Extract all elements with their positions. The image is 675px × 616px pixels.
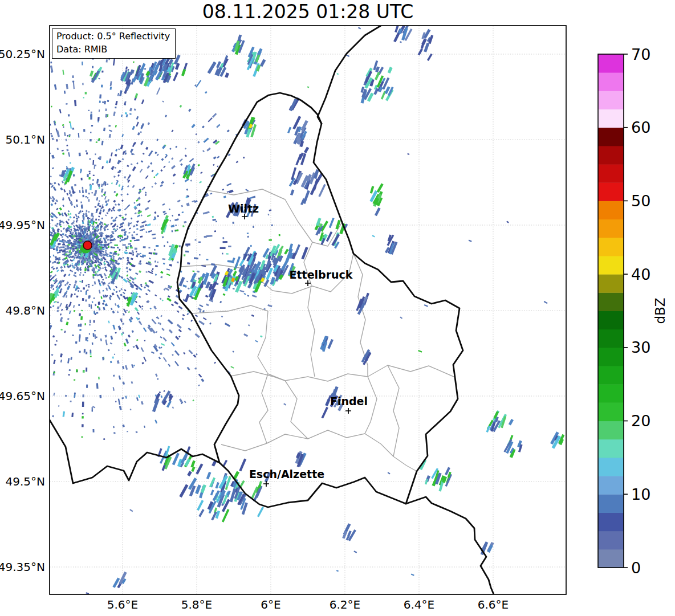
colorbar-band xyxy=(598,348,624,366)
colorbar-band xyxy=(598,54,624,73)
city-label-ettelbruck: Ettelbruck xyxy=(290,268,353,281)
colorbar-tick-label: 60 xyxy=(631,119,650,136)
lon-tick-label: 6°E xyxy=(261,598,280,611)
colorbar-band xyxy=(598,329,624,348)
radar-map-plot: WiltzEttelbruckFindelEsch/Alzette50.25°N… xyxy=(0,0,675,616)
colorbar-band xyxy=(598,128,624,146)
product-info-box: Product: 0.5° Reflectivity Data: RMIB xyxy=(52,28,176,59)
lat-tick-label: 50.25°N xyxy=(0,47,45,61)
colorbar: 010203040506070dBZ xyxy=(598,46,668,577)
city-label-esch-alzette: Esch/Alzette xyxy=(249,468,324,480)
colorbar-tick-label: 0 xyxy=(631,559,641,577)
colorbar-band xyxy=(598,201,624,219)
colorbar-band xyxy=(598,384,624,403)
lat-tick-label: 49.65°N xyxy=(0,389,45,403)
colorbar-band xyxy=(598,164,624,183)
lon-tick-label: 6.2°E xyxy=(330,598,360,611)
colorbar-band xyxy=(598,439,624,458)
colorbar-band xyxy=(598,531,624,550)
colorbar-tick-label: 70 xyxy=(631,46,650,63)
colorbar-band xyxy=(598,476,624,495)
colorbar-band xyxy=(598,549,624,568)
colorbar-band xyxy=(598,256,624,275)
lat-tick-label: 50.1°N xyxy=(6,133,46,146)
colorbar-band xyxy=(598,402,624,421)
lon-tick-label: 6.6°E xyxy=(478,598,509,611)
colorbar-band xyxy=(598,91,624,109)
lat-tick-label: 49.8°N xyxy=(6,304,46,317)
colorbar-band xyxy=(598,494,624,513)
lat-tick-label: 49.95°N xyxy=(0,218,45,232)
lat-tick-label: 49.35°N xyxy=(0,560,45,574)
colorbar-band xyxy=(598,512,624,531)
colorbar-band xyxy=(598,182,624,201)
colorbar-band xyxy=(598,421,624,440)
colorbar-band xyxy=(598,238,624,256)
data-source-line: Data: RMIB xyxy=(56,43,170,56)
colorbar-band xyxy=(598,274,624,293)
colorbar-band xyxy=(598,146,624,165)
product-line: Product: 0.5° Reflectivity xyxy=(56,30,170,43)
colorbar-tick-label: 30 xyxy=(631,338,650,356)
radar-site-dot xyxy=(83,241,92,250)
city-label-wiltz: Wiltz xyxy=(228,202,259,215)
colorbar-tick-label: 40 xyxy=(631,266,650,283)
lat-tick-label: 49.5°N xyxy=(6,475,46,488)
colorbar-tick-label: 20 xyxy=(631,412,650,430)
lon-tick-label: 6.4°E xyxy=(404,598,434,611)
lon-tick-label: 5.6°E xyxy=(107,598,138,611)
colorbar-band xyxy=(598,311,624,330)
city-label-findel: Findel xyxy=(330,395,368,407)
colorbar-unit-label: dBZ xyxy=(653,297,668,324)
colorbar-band xyxy=(598,292,624,311)
colorbar-band xyxy=(598,458,624,476)
radar-figure: WiltzEttelbruckFindelEsch/Alzette50.25°N… xyxy=(0,0,675,616)
colorbar-band xyxy=(598,72,624,91)
lon-tick-label: 5.8°E xyxy=(181,598,212,611)
colorbar-tick-label: 10 xyxy=(631,486,650,503)
colorbar-tick-label: 50 xyxy=(631,192,650,210)
colorbar-band xyxy=(598,366,624,385)
figure-title: 08.11.2025 01:28 UTC xyxy=(50,1,566,23)
colorbar-band xyxy=(598,219,624,238)
colorbar-band xyxy=(598,109,624,128)
